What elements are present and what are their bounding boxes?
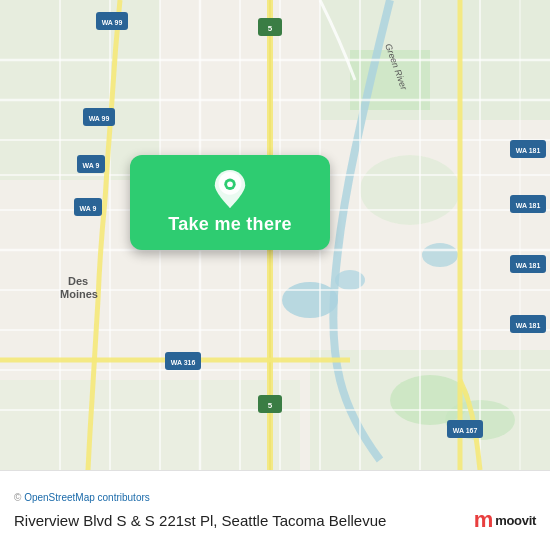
svg-point-11 xyxy=(422,243,458,267)
map-container: 5 5 WA 99 WA 99 WA 9 WA 9 WA 316 WA 181 xyxy=(0,0,550,470)
svg-text:WA 181: WA 181 xyxy=(516,202,541,209)
svg-text:WA 99: WA 99 xyxy=(89,115,110,122)
svg-text:WA 99: WA 99 xyxy=(102,19,123,26)
location-pin-icon xyxy=(214,170,246,208)
svg-text:WA 181: WA 181 xyxy=(516,322,541,329)
address-text: Riverview Blvd S & S 221st Pl, Seattle T… xyxy=(14,512,474,529)
svg-text:WA 167: WA 167 xyxy=(453,427,478,434)
svg-point-66 xyxy=(227,181,233,187)
moovit-brand-text: moovit xyxy=(495,513,536,528)
svg-text:WA 316: WA 316 xyxy=(171,359,196,366)
svg-rect-5 xyxy=(0,380,300,470)
svg-text:WA 181: WA 181 xyxy=(516,147,541,154)
take-me-there-button[interactable]: Take me there xyxy=(130,155,330,250)
attribution: © OpenStreetMap contributors xyxy=(14,492,536,503)
svg-text:5: 5 xyxy=(268,24,273,33)
button-label: Take me there xyxy=(168,214,292,235)
bottom-bar: © OpenStreetMap contributors Riverview B… xyxy=(0,470,550,550)
app: 5 5 WA 99 WA 99 WA 9 WA 9 WA 316 WA 181 xyxy=(0,0,550,550)
svg-text:Moines: Moines xyxy=(60,288,98,300)
svg-text:Des: Des xyxy=(68,275,88,287)
svg-text:WA 181: WA 181 xyxy=(516,262,541,269)
svg-rect-1 xyxy=(0,0,160,180)
moovit-logo: m moovit xyxy=(474,507,536,533)
moovit-m-letter: m xyxy=(474,507,493,533)
address-row: Riverview Blvd S & S 221st Pl, Seattle T… xyxy=(14,507,536,533)
attribution-link[interactable]: OpenStreetMap contributors xyxy=(24,492,150,503)
svg-text:5: 5 xyxy=(268,401,273,410)
svg-point-4 xyxy=(360,155,460,225)
svg-text:WA 9: WA 9 xyxy=(83,162,100,169)
svg-text:WA 9: WA 9 xyxy=(80,205,97,212)
